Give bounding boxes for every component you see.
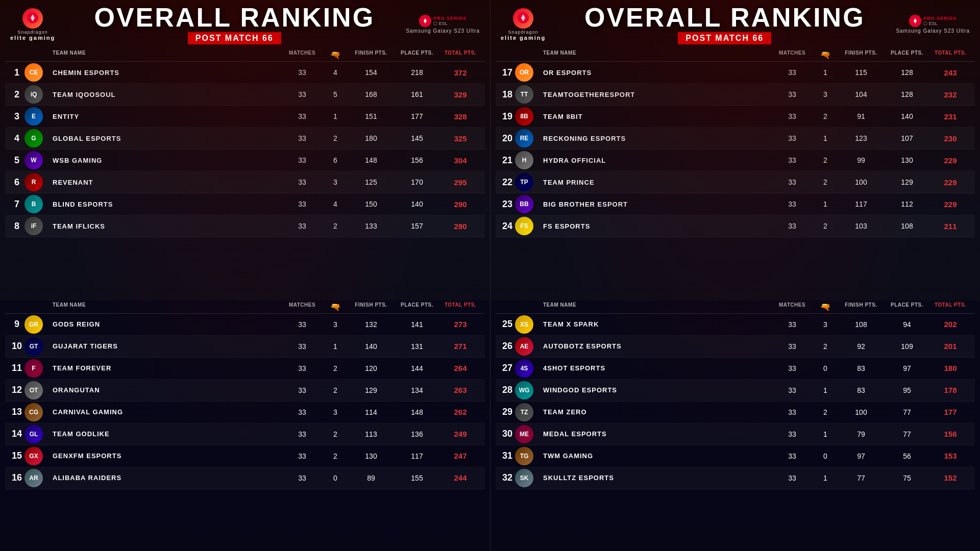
matches-cell: 33 <box>282 386 323 394</box>
rank-number: 1 <box>9 67 24 78</box>
place-pts-cell: 108 <box>884 222 930 230</box>
rank-number: 3 <box>9 111 24 122</box>
col-kills-right-top: 🔫 <box>813 50 838 60</box>
place-pts-cell: 77 <box>884 408 930 416</box>
kills-cell: 1 <box>813 474 838 482</box>
team-logo: RE <box>515 129 533 147</box>
table-row: 22 TP TEAM PRINCE 33 2 100 129 229 <box>496 171 975 193</box>
matches-cell: 33 <box>772 408 813 416</box>
total-pts-cell: 230 <box>930 134 971 143</box>
right-pro-series-text: PRO SERIES ⬡ ESL <box>923 16 957 26</box>
team-logo: B <box>24 195 43 213</box>
matches-cell: 33 <box>772 178 813 186</box>
rank-number: 29 <box>500 407 515 417</box>
left-panel: Snapdragon elite gaming OVERALL RANKING … <box>0 0 490 551</box>
place-pts-cell: 145 <box>394 134 440 142</box>
logo-snapdragon-text: Snapdragon <box>18 30 48 35</box>
team-name: GUJARAT TIGERS <box>50 342 282 350</box>
team-logo: OT <box>24 381 43 399</box>
team-name: WINDGOD ESPORTS <box>541 386 772 394</box>
right-top-rows: 17 OR OR ESPORTS 33 1 115 128 243 18 TT … <box>496 62 975 237</box>
team-logo: H <box>515 151 533 169</box>
kills-cell: 1 <box>813 134 838 142</box>
finish-pts-cell: 99 <box>838 156 884 164</box>
finish-pts-cell: 148 <box>348 156 394 164</box>
matches-cell: 33 <box>772 112 813 120</box>
col-place-right-top: PLACE PTS. <box>884 50 930 60</box>
place-pts-cell: 130 <box>884 156 930 164</box>
table-row: 32 SK SKULLTZ ESPORTS 33 1 77 75 152 <box>496 467 975 489</box>
right-bottom-header: TEAM NAME MATCHES 🔫 FINISH PTS. PLACE PT… <box>496 300 975 314</box>
team-name: TEAM IFLICKS <box>50 222 282 230</box>
team-logo: W <box>24 151 43 169</box>
kills-cell: 2 <box>813 342 838 350</box>
total-pts-cell: 304 <box>440 156 481 165</box>
matches-cell: 33 <box>772 222 813 230</box>
finish-pts-cell: 130 <box>348 452 394 460</box>
table-row: 15 GX GENXFM ESPORTS 33 2 130 117 247 <box>5 445 485 467</box>
finish-pts-cell: 150 <box>348 200 394 208</box>
total-pts-cell: 156 <box>930 430 971 438</box>
right-title: OVERALL RANKING <box>553 4 896 31</box>
place-pts-cell: 117 <box>394 452 440 460</box>
team-logo: E <box>24 107 43 126</box>
table-row: 29 TZ TEAM ZERO 33 2 100 77 177 <box>496 402 975 423</box>
kills-cell: 6 <box>323 156 348 164</box>
left-title: OVERALL RANKING <box>63 4 406 31</box>
total-pts-cell: 231 <box>930 112 971 121</box>
total-pts-cell: 295 <box>440 178 481 187</box>
col-team-name-left-top: TEAM NAME <box>50 50 282 60</box>
table-row: 3 E ENTITY 33 1 151 177 328 <box>5 106 485 128</box>
finish-pts-cell: 100 <box>838 408 884 416</box>
matches-cell: 33 <box>772 342 813 350</box>
table-row: 24 FS FS ESPORTS 33 2 103 108 211 <box>496 215 975 237</box>
total-pts-cell: 249 <box>440 430 481 438</box>
total-pts-cell: 177 <box>930 408 971 416</box>
team-name: TEAM FOREVER <box>50 364 282 372</box>
left-bottom-rows: 9 GR GODS REIGN 33 3 132 141 273 10 GT G… <box>5 314 485 489</box>
kills-cell: 3 <box>323 178 348 186</box>
rank-number: 22 <box>500 177 515 188</box>
team-name: MEDAL ESPORTS <box>541 430 772 438</box>
team-logo: XS <box>515 315 533 334</box>
total-pts-cell: 290 <box>440 222 481 231</box>
place-pts-cell: 112 <box>884 200 930 208</box>
kills-cell: 4 <box>323 68 348 77</box>
team-name: TWM GAMING <box>541 452 772 460</box>
team-logo: CE <box>24 63 43 82</box>
col-finish-right-bot: FINISH PTS. <box>838 302 884 312</box>
total-pts-cell: 211 <box>930 222 971 231</box>
col-kills-right-bot: 🔫 <box>813 302 838 312</box>
matches-cell: 33 <box>772 200 813 208</box>
team-logo: GX <box>24 447 43 465</box>
col-total-right-top: TOTAL PTS. <box>930 50 971 60</box>
total-pts-cell: 290 <box>440 200 481 209</box>
table-row: 23 BB BIG BROTHER ESPORT 33 1 117 112 22… <box>496 193 975 215</box>
table-row: 13 CG CARNIVAL GAMING 33 3 114 148 262 <box>5 402 485 423</box>
place-pts-cell: 109 <box>884 342 930 350</box>
col-total-right-bot: TOTAL PTS. <box>930 302 971 312</box>
rank-number: 20 <box>500 133 515 144</box>
col-kills-left-top: 🔫 <box>323 50 348 60</box>
right-logo-area: Snapdragon elite gaming <box>501 8 546 41</box>
team-name: FS ESPORTS <box>541 222 772 230</box>
table-row: 12 OT ORANGUTAN 33 2 129 134 263 <box>5 380 485 402</box>
table-row: 10 GT GUJARAT TIGERS 33 1 140 131 271 <box>5 336 485 358</box>
matches-cell: 33 <box>772 430 813 438</box>
matches-cell: 33 <box>282 112 323 120</box>
col-team-name-left-bot: TEAM NAME <box>50 302 282 312</box>
kills-cell: 0 <box>813 364 838 372</box>
total-pts-cell: 232 <box>930 90 971 99</box>
kills-cell: 0 <box>813 452 838 460</box>
finish-pts-cell: 92 <box>838 342 884 350</box>
col-matches-left-bot: MATCHES <box>282 302 323 312</box>
kills-cell: 2 <box>813 112 838 120</box>
table-row: 2 iQ TEAM IQOOSOUL 33 5 168 161 329 <box>5 84 485 106</box>
table-row: 18 TT TEAMTOGETHERESPORT 33 3 104 128 23… <box>496 84 975 106</box>
finish-pts-cell: 100 <box>838 178 884 186</box>
right-top-header: TEAM NAME MATCHES 🔫 FINISH PTS. PLACE PT… <box>496 48 975 62</box>
left-top-rows: 1 CE CHEMIN ESPORTS 33 4 154 218 372 2 i… <box>5 62 485 237</box>
total-pts-cell: 178 <box>930 386 971 394</box>
col-total-left-bot: TOTAL PTS. <box>440 302 481 312</box>
kills-cell: 2 <box>323 430 348 438</box>
